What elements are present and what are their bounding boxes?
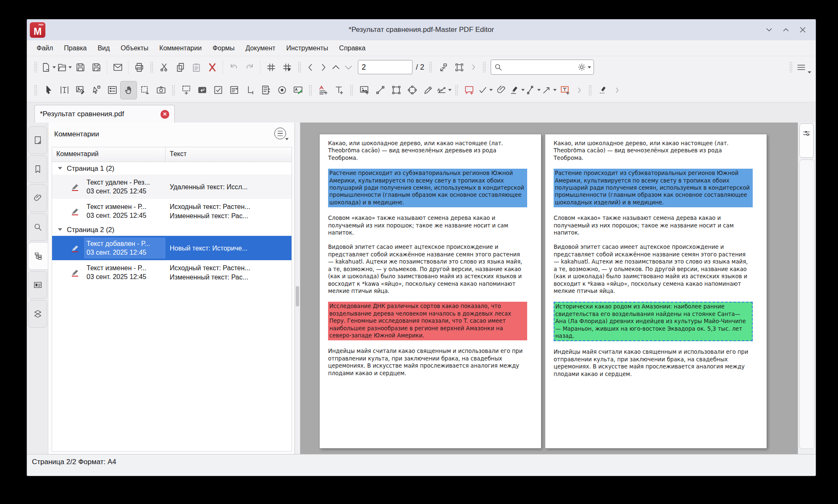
delete-button[interactable] [204,58,220,76]
comment-row-changed-text-2[interactable]: Текст изменен - Р...03 сент. 2025 12:45 … [52,260,292,285]
arrow-annotation-button[interactable] [541,81,557,99]
format-text-button[interactable] [315,81,331,99]
cut-button[interactable] [156,58,172,76]
properties-tab[interactable] [799,123,814,158]
document-viewer[interactable]: Какао, или шоколадное дерево, или какао … [300,123,798,454]
line-annotation-dropdown-icon[interactable] [537,89,541,91]
toolbar-overflow-button[interactable] [467,58,480,76]
pencil-tool-button[interactable] [420,81,436,99]
undo-button[interactable] [226,58,242,76]
add-image-button[interactable] [356,81,372,99]
menu-help[interactable]: Справка [334,42,371,55]
highlighted-paragraph-green-selected[interactable]: Исторически какао родом из Амазонии: наи… [554,302,753,341]
search-input[interactable] [503,63,577,71]
highlight-dropdown-icon[interactable] [521,89,525,91]
menu-file[interactable]: Файл [31,42,58,55]
open-file-dropdown-icon[interactable] [68,66,72,68]
search-tab[interactable] [28,213,47,241]
fit-width-button[interactable] [451,58,467,76]
hand-tool-button[interactable] [120,81,137,99]
page1-group-row[interactable]: Страница 1 (2) [52,162,292,175]
fit-page-button[interactable] [435,58,451,76]
hamburger-dropdown-icon[interactable] [808,71,811,73]
comments-options-button[interactable] [274,128,287,140]
page2-group-row[interactable]: Страница 2 (2) [52,223,292,236]
snapshot-tool-button[interactable] [153,81,169,99]
edit-forms-tool-button[interactable] [104,81,120,99]
signature-dropdown-icon[interactable] [448,89,452,91]
save-as-button[interactable] [88,58,104,76]
next-page-button[interactable] [317,58,329,76]
thumbnails-tab[interactable] [28,126,47,154]
hamburger-menu-button[interactable] [796,58,812,76]
scroll-up-button[interactable] [329,58,342,76]
add-text-button[interactable] [331,81,347,99]
search-settings-gear-icon[interactable] [577,63,586,72]
maximize-icon[interactable] [780,24,791,35]
add-combobox-button[interactable] [226,81,242,99]
print-button[interactable] [131,58,147,76]
menu-forms[interactable]: Формы [207,42,240,55]
attach-file-tool-button[interactable] [493,81,509,99]
menu-document[interactable]: Документ [240,42,281,55]
close-icon[interactable] [797,24,808,35]
annotations-overflow-button[interactable] [573,81,586,99]
scroll-down-button[interactable] [342,58,355,76]
snap-grid-button[interactable] [279,58,295,76]
paste-button[interactable] [188,58,204,76]
email-button[interactable] [110,58,126,76]
ellipse-tool-button[interactable] [404,81,420,99]
stamp-dropdown-icon[interactable] [489,89,493,91]
collapse-triangle-icon[interactable] [58,228,62,231]
new-document-button[interactable] [40,58,56,76]
scrollbar-thumb[interactable] [296,286,299,306]
comments-tab[interactable] [28,242,48,270]
add-text-field-button[interactable] [290,81,306,99]
new-document-dropdown-icon[interactable] [53,66,56,68]
layers-tab[interactable] [28,300,47,328]
highlighted-paragraph-blue[interactable]: Растение происходит из субэкваториальных… [328,169,527,207]
signature-tool-button[interactable] [436,81,452,99]
edit-text-tool-button[interactable] [56,81,72,99]
comments-scrollbar[interactable] [295,123,300,454]
arrow-annotation-dropdown-icon[interactable] [553,89,557,91]
add-list-button[interactable] [258,81,274,99]
comment-row-changed-text-1[interactable]: Текст изменен - Р...03 сент. 2025 12:45 … [52,199,292,223]
stamp-check-tool-button[interactable] [477,81,493,99]
document-tab[interactable]: *Результат сравнения.pdf ✕ [34,105,175,123]
menu-edit[interactable]: Правка [58,42,92,55]
line-tool-button[interactable] [372,81,388,99]
highlight-tool-button[interactable] [509,81,525,99]
menu-tools[interactable]: Инструменты [281,42,334,55]
add-radio-button[interactable] [274,81,290,99]
page-number-input[interactable] [358,60,412,74]
bookmarks-tab[interactable] [28,155,47,183]
tools-overflow-button[interactable] [611,81,623,99]
pdf-page-right[interactable]: Какао, или шоколадное дерево, или какао … [545,134,767,448]
select-area-tool-button[interactable] [137,81,153,99]
minimize-icon[interactable] [764,24,775,35]
right-panel-collapsed-tab[interactable] [799,159,814,449]
attachments-tab[interactable] [28,184,47,212]
measure-tool-button[interactable] [595,81,611,99]
signatures-tab[interactable] [28,271,47,299]
highlighted-paragraph-red[interactable]: Исследование ДНК различных сортов какао … [328,302,527,340]
grid-button[interactable] [263,58,279,76]
highlighted-paragraph-blue[interactable]: Растение происходит из субэкваториальных… [554,169,753,207]
save-button[interactable] [72,58,88,76]
menu-view[interactable]: Вид [92,42,115,55]
tab-close-icon[interactable]: ✕ [160,110,169,119]
edit-image-tool-button[interactable] [72,81,88,99]
pdf-page-left[interactable]: Какао, или шоколадное дерево, или какао … [320,134,541,448]
column-comment[interactable]: Комментарий [52,147,165,162]
open-file-button[interactable] [56,58,72,76]
add-push-button[interactable] [194,81,210,99]
search-dropdown-icon[interactable] [588,66,591,68]
add-listbox-button[interactable] [242,81,258,99]
search-field[interactable] [491,60,594,75]
edit-path-tool-button[interactable] [88,81,104,99]
collapse-triangle-icon[interactable] [58,167,62,170]
rectangle-tool-button[interactable] [388,81,404,99]
text-box-annotation-button[interactable] [557,81,573,99]
comment-row-deleted-text[interactable]: Текст удален - Рез...03 сент. 2025 12:45… [52,175,292,199]
